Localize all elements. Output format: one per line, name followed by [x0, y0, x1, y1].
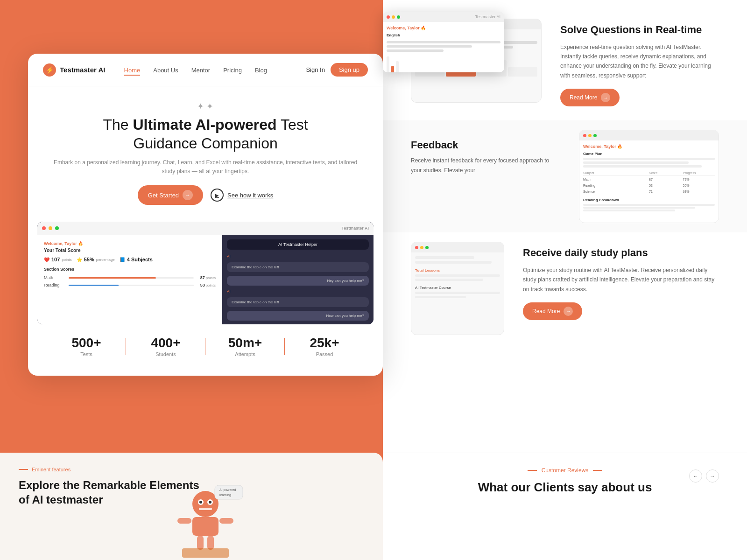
math-bar-wrap	[69, 277, 194, 279]
floating-screenshot-top: Testmaster AI Welcome, Taylor 🔥 English	[383, 12, 504, 72]
bottom-title-part2: of AI testmaster	[19, 493, 103, 506]
welcome-msg: Welcome, Taylor 🔥	[44, 241, 216, 246]
reviews-dash-left	[528, 470, 537, 471]
pct-label: percentage	[96, 258, 115, 262]
di-line1	[415, 256, 474, 259]
nav-about[interactable]: About Us	[153, 66, 178, 74]
ai-label-2: AI	[227, 289, 369, 294]
chat-reply-1: Hey can you help me?	[227, 276, 369, 286]
realtime-read-more-button[interactable]: Read More →	[560, 89, 620, 106]
rm-arrow-icon: →	[601, 93, 610, 102]
reviews-title: What our Clients say about us	[411, 480, 719, 495]
fb-rl2	[583, 207, 695, 209]
reviews-next-button[interactable]: →	[706, 469, 719, 483]
math-points: points	[206, 276, 216, 280]
eminent-text: Eminent features	[32, 467, 70, 472]
reviews-nav: ← →	[689, 469, 719, 483]
score-row-math: Math 87 points	[44, 275, 216, 280]
ai-label-1: AI	[227, 254, 369, 259]
feedback-desc: Receive instant feedback for every focus…	[411, 156, 560, 175]
feedback-feature: Feedback Receive instant feedback for ev…	[383, 120, 747, 232]
di-vocab-label: Total Lessons	[415, 268, 500, 273]
svg-point-7	[209, 501, 211, 504]
logo-symbol: ⚡	[46, 66, 54, 74]
fb-reading-details	[583, 204, 715, 211]
fb-sc2: 53	[649, 184, 681, 187]
reading-bar-wrap	[69, 285, 194, 286]
scores-table: Math 87 points Reading 53 points	[44, 275, 216, 287]
fb-sc1: 87	[649, 178, 681, 181]
fs-line2	[387, 45, 472, 48]
stat-tests-label: Tests	[47, 351, 126, 357]
fb-dot-r	[583, 134, 586, 137]
di-dot-y	[420, 246, 423, 249]
sparkle-icon: ✦ ✦	[47, 101, 364, 112]
math-bar	[69, 277, 156, 279]
logo-icon: ⚡	[43, 63, 56, 77]
fb-rl3	[583, 210, 675, 211]
nav-home[interactable]: Home	[124, 66, 141, 74]
fb-h2: Score	[649, 171, 681, 175]
nav-pricing[interactable]: Pricing	[223, 66, 242, 74]
di-line4	[415, 279, 483, 281]
total-score-stat: ❤️ 107 points	[44, 257, 72, 262]
fbl1	[583, 158, 715, 160]
headline-part1: The	[103, 116, 133, 133]
daily-read-more-button[interactable]: Read More →	[523, 302, 582, 320]
get-started-label: Get Started	[148, 192, 179, 199]
fb-p1: 72%	[683, 178, 715, 181]
robot-svg: AI powered learning	[159, 476, 252, 560]
svg-point-6	[199, 501, 202, 504]
nav-links: Home About Us Mentor Pricing Blog	[124, 66, 267, 74]
di-bar	[411, 242, 504, 252]
stat-students-value: 400+	[126, 336, 205, 350]
heart-icon: ❤️	[44, 257, 49, 262]
daily-text: Receive daily study plans Optimize your …	[523, 242, 719, 320]
daily-title: Receive daily study plans	[523, 246, 719, 260]
nav-mentor[interactable]: Mentor	[191, 66, 210, 74]
reviews-title-bold: Clients	[534, 480, 575, 494]
section-scores-label: Section Scores	[44, 267, 216, 272]
daily-img: Total Lessons AI Testmaster Course	[411, 242, 504, 335]
feedback-text: Feedback Receive instant feedback for ev…	[411, 130, 560, 175]
navbar: ⚡ Testmaster AI Home About Us Mentor Pri…	[28, 54, 383, 86]
signup-button[interactable]: Sign up	[331, 63, 368, 77]
signin-button[interactable]: Sign In	[306, 66, 324, 73]
read-more-label-2: Read More	[532, 308, 560, 315]
fb-row3: Science 71 63%	[583, 189, 715, 194]
dot-yellow	[392, 15, 395, 19]
fb-dot-g	[593, 134, 597, 137]
stat-tests: 500+ Tests	[47, 336, 126, 357]
hero-subtext: Embark on a personalized learning journe…	[47, 158, 364, 176]
svg-rect-14	[182, 548, 229, 558]
reviews-prev-button[interactable]: ←	[689, 469, 702, 483]
how-it-works-button[interactable]: ▶ See how it works	[211, 189, 273, 202]
read-more-label-1: Read More	[570, 94, 597, 101]
dot-green	[397, 15, 400, 19]
fb-table: Subject Score Progress Math 87 72% Readi…	[583, 171, 715, 194]
eminent-dash	[19, 469, 28, 470]
hero-section: ✦ ✦ The Ultimate AI-powered TestGuidance…	[28, 86, 383, 214]
bottom-title-part1: Explore the	[19, 479, 83, 491]
di-line3	[415, 274, 500, 277]
subjects-stat: 📘 4 Subjects	[120, 257, 153, 262]
fb-p3: 63%	[683, 190, 715, 193]
fb-p2: 55%	[683, 184, 715, 187]
fb-rl1	[583, 204, 715, 206]
nav-blog[interactable]: Blog	[255, 66, 267, 74]
stat-passed-label: Passed	[285, 351, 364, 357]
score-row-reading: Reading 53 points	[44, 283, 216, 287]
svg-rect-2	[177, 518, 191, 524]
reviews-section: Customer Reviews ← → What our Clients sa…	[383, 453, 747, 560]
subjects-value: 4 Subjects	[127, 257, 153, 262]
reading-bar	[69, 285, 119, 286]
daily-screenshot: Total Lessons AI Testmaster Course	[411, 242, 504, 335]
mockup-bar: Testmaster AI	[37, 222, 374, 235]
fs-line3	[387, 49, 444, 52]
nav-right: Sign In Sign up	[306, 63, 368, 77]
math-score: 87	[200, 275, 205, 280]
reviews-title-p2: say about us	[578, 480, 652, 494]
get-started-button[interactable]: Get Started →	[138, 185, 203, 205]
fb-s2: Reading	[583, 184, 647, 187]
feedback-img: Welcome, Taylor 🔥 Game Plan Subject Scor…	[579, 130, 719, 223]
